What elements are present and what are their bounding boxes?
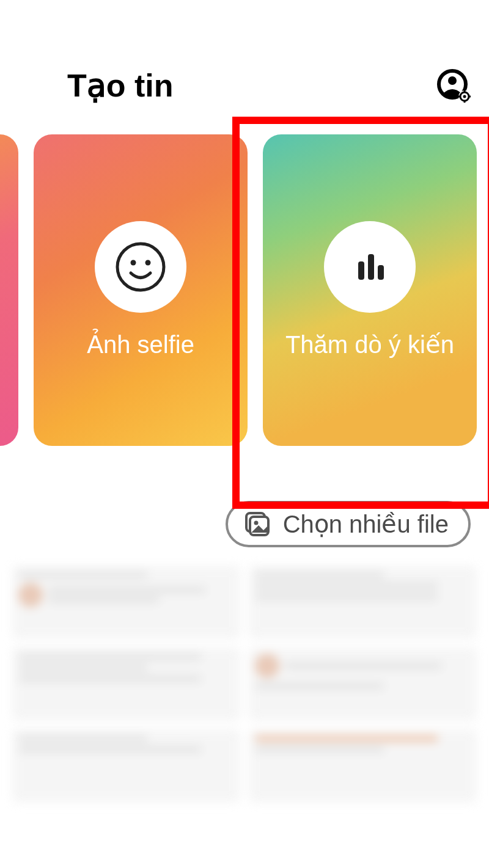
svg-point-9 — [117, 244, 164, 290]
card-label: Thăm dò ý kiến — [273, 330, 466, 359]
svg-point-10 — [131, 260, 136, 266]
svg-rect-12 — [358, 261, 364, 280]
story-type-carousel[interactable]: Ảnh selfie Thăm dò ý kiến — [0, 134, 489, 464]
gallery-multi-icon — [243, 509, 272, 539]
story-card-selfie[interactable]: Ảnh selfie — [34, 134, 248, 446]
card-icon-circle — [324, 221, 416, 313]
select-multiple-files-button[interactable]: Chọn nhiều file — [226, 501, 471, 547]
svg-point-17 — [254, 521, 258, 525]
header: Tạo tin — [0, 0, 489, 122]
card-label: Ảnh selfie — [75, 330, 207, 359]
select-multi-wrap: Chọn nhiều file — [0, 464, 489, 560]
select-multiple-label: Chọn nhiều file — [283, 510, 449, 538]
story-card-poll[interactable]: Thăm dò ý kiến — [263, 134, 477, 446]
story-settings-button[interactable] — [436, 68, 471, 103]
poll-bars-icon — [344, 241, 396, 293]
svg-point-1 — [448, 76, 457, 85]
person-gear-icon — [436, 68, 471, 103]
media-gallery-blurred — [0, 560, 489, 803]
page-title: Tạo tin — [67, 67, 174, 104]
card-icon-circle — [95, 221, 186, 313]
smile-icon — [114, 241, 167, 293]
svg-point-11 — [145, 260, 151, 266]
svg-rect-13 — [368, 254, 374, 280]
story-card-previous[interactable] — [0, 134, 18, 446]
svg-rect-14 — [378, 265, 384, 280]
svg-point-4 — [463, 95, 466, 98]
